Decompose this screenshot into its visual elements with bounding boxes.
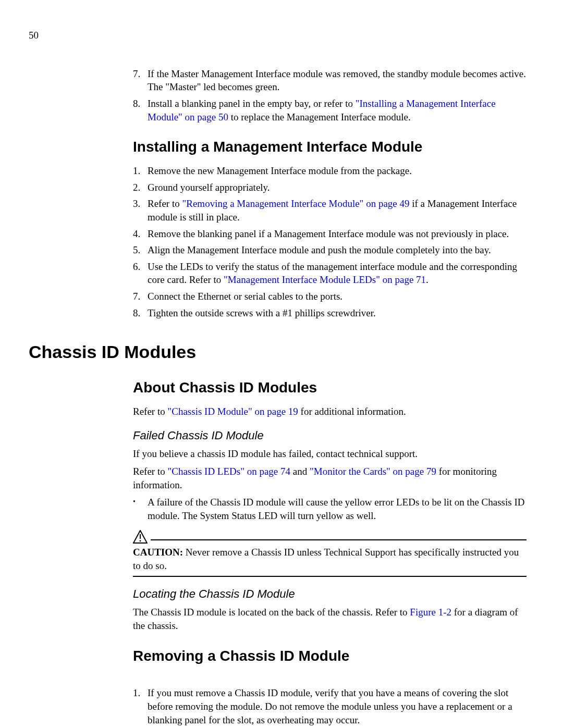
list-marker: 7. [133,290,148,303]
list-item-text: If you must remove a Chassis ID module, … [148,686,527,726]
list-marker: 8. [133,306,148,320]
list-item-text: Connect the Ethernet or serial cables to… [148,290,527,303]
major-heading-wrap: Chassis ID Modules [29,340,527,364]
list-item-text: If the Master Management Interface modul… [148,67,527,94]
text-suffix: to replace the Management Interface modu… [228,112,411,122]
page-content: 7. If the Master Management Interface mo… [29,67,527,728]
caution-rule-bottom [133,576,527,577]
list-item-text: Install a blanking panel in the empty ba… [148,97,527,124]
text-prefix: Refer to [133,466,167,477]
list-item-text: Remove the new Management Interface modu… [148,164,527,178]
list-item: 1. Remove the new Management Interface m… [133,164,527,178]
caution-label: CAUTION: [133,547,183,558]
text-suffix: . [426,274,429,285]
list-marker: 1. [133,686,148,700]
bullet-marker: • [133,496,148,507]
warning-icon [133,530,148,547]
cross-reference-link[interactable]: "Monitor the Cards" on page 79 [310,466,436,477]
heading-failed-chassis-id: Failed Chassis ID Module [133,428,527,443]
list-marker: 7. [133,67,148,81]
list-item: 6. Use the LEDs to verify the status of … [133,260,527,287]
text-prefix: Install a blanking panel in the empty ba… [148,98,356,109]
failed-bullet-list: • A failure of the Chassis ID module wil… [133,496,527,522]
cross-reference-link[interactable]: "Chassis ID Module" on page 19 [167,406,298,417]
list-marker: 5. [133,243,148,257]
top-ordered-list: 7. If the Master Management Interface mo… [133,67,527,124]
cross-reference-link[interactable]: "Removing a Management Interface Module"… [182,198,409,209]
text-suffix: for additional information. [298,406,406,417]
text-prefix: Refer to [148,198,182,209]
svg-point-2 [140,540,141,541]
list-item-text: Align the Management Interface module an… [148,243,527,257]
list-marker: 6. [133,260,148,274]
list-item-text: Ground yourself appropriately. [148,181,527,194]
list-item-text: Use the LEDs to verify the status of the… [148,260,527,287]
heading-installing-module: Installing a Management Interface Module [133,137,527,157]
cross-reference-link[interactable]: "Management Interface Module LEDs" on pa… [224,274,426,285]
list-marker: 4. [133,227,148,241]
list-item: 7. Connect the Ethernet or serial cables… [133,290,527,303]
list-item: 3. Refer to "Removing a Management Inter… [133,197,527,224]
heading-locating-chassis-id: Locating the Chassis ID Module [133,586,527,602]
list-item: • A failure of the Chassis ID module wil… [133,496,527,522]
list-item: 5. Align the Management Interface module… [133,243,527,257]
list-item: 2. Ground yourself appropriately. [133,181,527,194]
text-prefix: The Chassis ID module is located on the … [133,607,410,618]
text-mid: and [290,466,310,477]
list-item-text: Remove the blanking panel if a Managemen… [148,227,527,241]
install-ordered-list: 1. Remove the new Management Interface m… [133,164,527,319]
list-item-text: Refer to "Removing a Management Interfac… [148,197,527,224]
list-marker: 2. [133,181,148,194]
list-item: 8. Install a blanking panel in the empty… [133,97,527,124]
caution-body: Never remove a Chassis ID unless Technic… [133,547,519,571]
about-paragraph: Refer to "Chassis ID Module" on page 19 … [133,405,527,418]
cross-reference-link[interactable]: "Chassis ID LEDs" on page 74 [167,466,290,477]
list-item: 7. If the Master Management Interface mo… [133,67,527,94]
heading-removing-chassis-id: Removing a Chassis ID Module [133,646,527,666]
list-item-text: Tighten the outside screws with a #1 phi… [148,306,527,320]
caution-block: CAUTION: Never remove a Chassis ID unles… [133,530,527,577]
failed-paragraph-2: Refer to "Chassis ID LEDs" on page 74 an… [133,465,527,491]
list-item: 4. Remove the blanking panel if a Manage… [133,227,527,241]
list-item-text: A failure of the Chassis ID module will … [148,496,527,522]
page: 50 7. If the Master Management Interface… [0,0,563,728]
text-prefix: Refer to [133,406,167,417]
heading-about-chassis-id: About Chassis ID Modules [133,378,527,398]
heading-chassis-id-modules: Chassis ID Modules [29,340,527,364]
caution-rule-top [151,539,527,540]
locating-paragraph: The Chassis ID module is located on the … [133,606,527,632]
list-marker: 3. [133,197,148,211]
failed-paragraph-1: If you believe a chassis ID module has f… [133,447,527,461]
list-item: 1. If you must remove a Chassis ID modul… [133,686,527,726]
cross-reference-link[interactable]: Figure 1-2 [410,607,451,618]
page-number: 50 [29,29,527,42]
list-item: 8. Tighten the outside screws with a #1 … [133,306,527,320]
list-marker: 1. [133,164,148,178]
list-marker: 8. [133,97,148,110]
removing-ordered-list: 1. If you must remove a Chassis ID modul… [133,686,527,728]
caution-text: CAUTION: Never remove a Chassis ID unles… [133,546,527,572]
